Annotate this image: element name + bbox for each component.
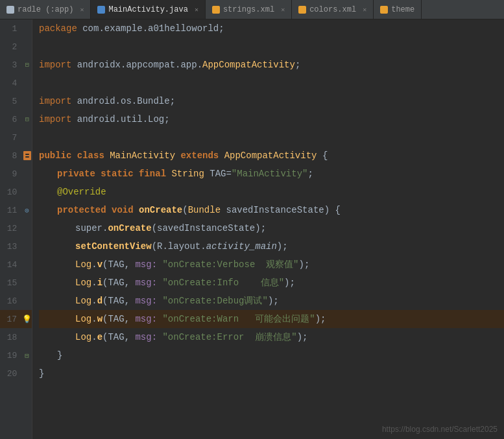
code-line-15: Log.i(TAG, msg: "onCreate:Info 信息"); <box>39 274 504 292</box>
line-num-1: 1 <box>0 24 22 34</box>
tab-strings-close[interactable]: ✕ <box>281 6 285 14</box>
gutter-row-16: 16 <box>0 292 32 310</box>
tab-colors-label: colors.xml <box>309 5 356 14</box>
line-num-14: 14 <box>0 260 22 270</box>
gutter-row-20: 20 <box>0 364 32 383</box>
code-line-4 <box>39 74 504 92</box>
line-num-17: 17 <box>0 314 22 324</box>
line-num-12: 12 <box>0 224 22 233</box>
line-num-8: 8 <box>0 151 22 161</box>
line-num-5: 5 <box>0 97 22 106</box>
code-line-6: import android.util.Log; <box>39 110 504 128</box>
gutter-row-2: 2 <box>0 38 32 56</box>
code-line-1: package com.example.a01helloworld; <box>39 19 504 38</box>
line-num-2: 2 <box>0 42 22 52</box>
strings-icon <box>212 6 220 14</box>
gutter-row-10: 10 <box>0 183 32 201</box>
gutter-row-8: 8 <box>0 147 32 165</box>
code-line-14: Log.v(TAG, msg: "onCreate:Verbose 观察值"); <box>39 255 504 274</box>
svg-rect-1 <box>25 154 29 155</box>
arrow-fold-icon-11[interactable]: ⊙ <box>22 206 32 215</box>
line-num-19: 19 <box>0 351 22 361</box>
code-line-9: private static final String TAG="MainAct… <box>39 165 504 183</box>
code-line-7 <box>39 128 504 147</box>
code-line-17: Log.w(TAG, msg: "onCreate:Warn 可能会出问题"); <box>39 310 504 328</box>
line-num-4: 4 <box>0 78 22 88</box>
line-num-16: 16 <box>0 296 22 306</box>
editor: 1 2 3 ⊟ 4 5 6 ⊟ 7 <box>0 19 504 439</box>
tab-strings-label: strings.xml <box>223 5 274 14</box>
gutter-row-4: 4 <box>0 74 32 92</box>
mainactivity-icon <box>97 6 105 14</box>
tab-gradle[interactable]: radle (:app) ✕ <box>0 0 91 19</box>
tab-mainactivity-close[interactable]: ✕ <box>195 6 198 14</box>
gutter-row-19: 19 ⊟ <box>0 346 32 364</box>
fold-icon-6[interactable]: ⊟ <box>22 115 32 123</box>
gutter-row-14: 14 <box>0 255 32 274</box>
tab-colors-close[interactable]: ✕ <box>363 6 366 14</box>
tab-gradle-close[interactable]: ✕ <box>80 6 84 14</box>
code-line-10: @Override <box>39 183 504 201</box>
gutter-row-3: 3 ⊟ <box>0 56 32 74</box>
code-line-3: import androidx.appcompat.app.AppCompatA… <box>39 56 504 74</box>
line-num-18: 18 <box>0 333 22 342</box>
line-num-15: 15 <box>0 278 22 288</box>
gutter-row-15: 15 <box>0 274 32 292</box>
colors-icon <box>298 6 306 14</box>
line-num-7: 7 <box>0 133 22 143</box>
line-num-9: 9 <box>0 169 22 179</box>
bookmark-icon-8[interactable] <box>22 150 32 161</box>
gutter-row-1: 1 <box>0 19 32 38</box>
code-line-12: super.onCreate(savedInstanceState); <box>39 219 504 237</box>
gutter-row-17: 17 💡 <box>0 310 32 328</box>
code-area[interactable]: package com.example.a01helloworld; impor… <box>32 19 504 439</box>
gutter-row-13: 13 <box>0 237 32 255</box>
tab-strings[interactable]: strings.xml ✕ <box>206 0 292 19</box>
gutter-row-11: 11 ⊙ <box>0 201 32 219</box>
code-lines: package com.example.a01helloworld; impor… <box>32 19 504 383</box>
svg-rect-2 <box>25 156 29 158</box>
line-num-20: 20 <box>0 369 22 379</box>
line-num-11: 11 <box>0 206 22 215</box>
code-line-11: protected void onCreate(Bundle savedInst… <box>39 201 504 219</box>
code-line-20: } <box>39 364 504 383</box>
gutter-row-18: 18 <box>0 328 32 346</box>
code-line-5: import android.os.Bundle; <box>39 92 504 110</box>
line-num-13: 13 <box>0 242 22 252</box>
code-line-13: setContentView(R.layout.activity_main); <box>39 237 504 255</box>
gutter-row-7: 7 <box>0 128 32 147</box>
tab-mainactivity[interactable]: MainActivity.java ✕ <box>91 0 205 19</box>
code-line-8: public class MainActivity extends AppCom… <box>39 147 504 165</box>
tab-bar: radle (:app) ✕ MainActivity.java ✕ strin… <box>0 0 504 19</box>
code-line-18: Log.e(TAG, msg: "onCreate:Error 崩溃信息"); <box>39 328 504 346</box>
gradle-icon <box>6 6 14 14</box>
tab-theme-label: theme <box>391 5 414 14</box>
tab-gradle-label: radle (:app) <box>18 5 73 14</box>
code-line-2 <box>39 38 504 56</box>
code-line-16: Log.d(TAG, msg: "onCreate:Debug调试"); <box>39 292 504 310</box>
line-num-6: 6 <box>0 115 22 125</box>
watermark: https://blog.csdn.net/Scarlett2025 <box>382 425 498 434</box>
gutter-row-9: 9 <box>0 165 32 183</box>
theme-icon <box>380 6 388 14</box>
gutter-row-5: 5 <box>0 92 32 110</box>
fold-icon-3[interactable]: ⊟ <box>22 61 32 69</box>
gutter-row-6: 6 ⊟ <box>0 110 32 128</box>
tab-theme[interactable]: theme <box>374 0 422 19</box>
line-num-3: 3 <box>0 60 22 70</box>
gutter: 1 2 3 ⊟ 4 5 6 ⊟ 7 <box>0 19 32 439</box>
bulb-icon-17[interactable]: 💡 <box>22 314 32 324</box>
svg-rect-0 <box>23 151 31 160</box>
code-line-19: } <box>39 346 504 364</box>
fold-close-icon-19[interactable]: ⊟ <box>22 351 32 360</box>
tab-mainactivity-label: MainActivity.java <box>108 5 187 14</box>
line-num-10: 10 <box>0 187 22 197</box>
gutter-row-12: 12 <box>0 219 32 237</box>
tab-colors[interactable]: colors.xml ✕ <box>292 0 374 19</box>
